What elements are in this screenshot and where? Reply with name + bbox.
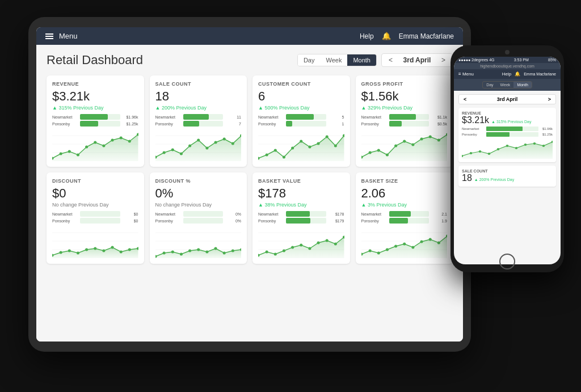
svg-point-124 <box>488 153 491 155</box>
svg-point-12 <box>120 137 123 140</box>
svg-marker-3 <box>52 134 138 161</box>
bar-label-3-1: Ponsonby <box>361 122 387 126</box>
svg-point-28 <box>231 142 234 145</box>
mini-chart-4 <box>52 227 138 258</box>
svg-point-82 <box>179 253 182 256</box>
svg-point-25 <box>205 147 208 150</box>
top-nav: Menu Help 🔔 Emma Macfarlane <box>36 27 463 45</box>
page-title: Retail Dashboard <box>47 53 143 68</box>
svg-marker-108 <box>361 236 448 258</box>
phone-date-navigator: < 3rd April > <box>458 94 556 104</box>
bar-label-5-0: Newmarket <box>155 212 181 216</box>
metric-card-3: GROSS PROFIT $1.56k ▲ 329% Previous Day … <box>356 75 453 167</box>
phone-revenue-bar-ponsonby: Ponsonby $1.25k <box>462 132 553 137</box>
phone-bar-track-nm <box>486 127 538 131</box>
metric-label-6: BASKET VALUE <box>258 178 344 184</box>
phone-period-week[interactable]: Week <box>497 82 514 88</box>
phone-bar-fill-nm <box>486 127 523 131</box>
metric-bars-5: Newmarket 0% Ponsonby 0% <box>155 211 242 224</box>
bar-track-7-0 <box>389 211 430 217</box>
svg-point-65 <box>60 251 62 254</box>
svg-point-70 <box>102 250 105 252</box>
phone-salecount-row: 18 ▲ 200% Previous Day <box>462 173 553 183</box>
mini-chart-1 <box>155 130 242 161</box>
svg-point-73 <box>128 248 131 251</box>
bar-value-5-0: 0% <box>225 212 241 216</box>
svg-point-71 <box>111 246 114 249</box>
svg-point-58 <box>437 139 440 142</box>
date-next-button[interactable]: > <box>439 56 448 64</box>
bar-track-5-0 <box>183 211 224 217</box>
metric-card-1: SALE COUNT 18 ▲ 200% Previous Day Newmar… <box>150 75 247 167</box>
bar-row-0-0: Newmarket $1.96k <box>52 114 138 120</box>
period-month-button[interactable]: Month <box>347 54 376 66</box>
bar-row-6-1: Ponsonby $179 <box>258 218 344 224</box>
phone-menu-label[interactable]: ≡ Menu <box>458 71 474 77</box>
bar-label-4-1: Ponsonby <box>52 219 78 223</box>
bar-label-0-0: Newmarket <box>52 115 78 119</box>
bell-icon[interactable]: 🔔 <box>382 32 391 40</box>
bar-track-6-1 <box>286 218 326 224</box>
bar-label-1-1: Ponsonby <box>155 122 181 126</box>
bar-value-1-0: 11 <box>225 115 241 119</box>
svg-point-114 <box>403 243 406 246</box>
bar-label-6-1: Ponsonby <box>258 219 284 223</box>
bar-label-4-0: Newmarket <box>52 212 78 216</box>
svg-point-87 <box>222 252 225 255</box>
svg-point-123 <box>479 150 482 153</box>
svg-point-67 <box>77 252 79 255</box>
help-link[interactable]: Help <box>360 32 374 40</box>
period-day-button[interactable]: Day <box>298 54 321 66</box>
phone-home-button[interactable] <box>499 254 515 269</box>
metric-bars-4: Newmarket $0 Ponsonby $0 <box>52 211 138 224</box>
phone-period-day[interactable]: Day <box>483 82 496 88</box>
time-label: 3:53 PM <box>514 58 529 62</box>
mini-chart-2 <box>258 130 344 161</box>
svg-point-84 <box>197 248 200 251</box>
phone-revenue-row: $3.21k ▲ 315% Previous Day <box>462 115 553 125</box>
phone-screen: ●●●●● 2degrees 4G 3:53 PM 85% highendboo… <box>454 57 561 264</box>
bar-track-6-0 <box>286 211 326 217</box>
scene: Menu Help 🔔 Emma Macfarlane Retail Dashb… <box>0 0 581 392</box>
phone-bar-fill-pb <box>486 132 510 137</box>
metric-value-3: $1.56k <box>361 89 448 104</box>
period-week-button[interactable]: Week <box>320 54 347 66</box>
bar-track-4-1 <box>80 218 120 224</box>
bar-value-0-1: $1.25k <box>123 122 138 126</box>
metric-value-6: $178 <box>258 186 344 201</box>
bar-track-5-1 <box>183 218 224 224</box>
tablet-screen: Menu Help 🔔 Emma Macfarlane Retail Dashb… <box>36 27 463 342</box>
phone-date-prev[interactable]: < <box>464 96 466 102</box>
bar-row-5-1: Ponsonby 0% <box>155 218 242 224</box>
metric-change-0: ▲ 315% Previous Day <box>52 105 138 111</box>
svg-point-68 <box>85 248 88 251</box>
phone-date-next[interactable]: > <box>548 96 551 102</box>
svg-point-129 <box>533 142 536 145</box>
date-navigator: < 3rd April > <box>381 53 453 67</box>
bar-track-3-0 <box>389 114 430 120</box>
svg-point-22 <box>179 153 182 155</box>
bar-label-7-0: Newmarket <box>361 212 387 216</box>
svg-point-72 <box>120 251 123 254</box>
nav-menu[interactable]: Menu <box>45 32 78 40</box>
date-prev-button[interactable]: < <box>386 56 395 64</box>
svg-point-55 <box>411 144 414 146</box>
phone-help-label[interactable]: Help <box>502 71 511 77</box>
phone-period-month[interactable]: Month <box>513 82 531 88</box>
bar-row-1-0: Newmarket 11 <box>155 114 242 120</box>
metric-label-4: DISCOUNT <box>52 178 138 184</box>
mini-chart-5 <box>155 227 242 258</box>
svg-point-83 <box>188 250 191 252</box>
bar-value-2-0: 5 <box>329 115 344 119</box>
menu-label: Menu <box>59 32 78 40</box>
svg-point-101 <box>317 242 320 245</box>
phone-nav: ≡ Menu Help 🔔 Emma Macfarlane <box>454 69 561 79</box>
svg-point-24 <box>197 139 200 142</box>
bar-fill-0-1 <box>80 121 98 127</box>
phone-metric-revenue: REVENUE $3.21k ▲ 315% Previous Day Newma… <box>458 108 556 162</box>
phone-bell-icon[interactable]: 🔔 <box>515 71 520 77</box>
svg-point-5 <box>60 153 62 155</box>
svg-point-69 <box>94 247 96 250</box>
metric-label-7: BASKET SIZE <box>361 178 448 184</box>
metric-value-5: 0% <box>155 186 242 201</box>
